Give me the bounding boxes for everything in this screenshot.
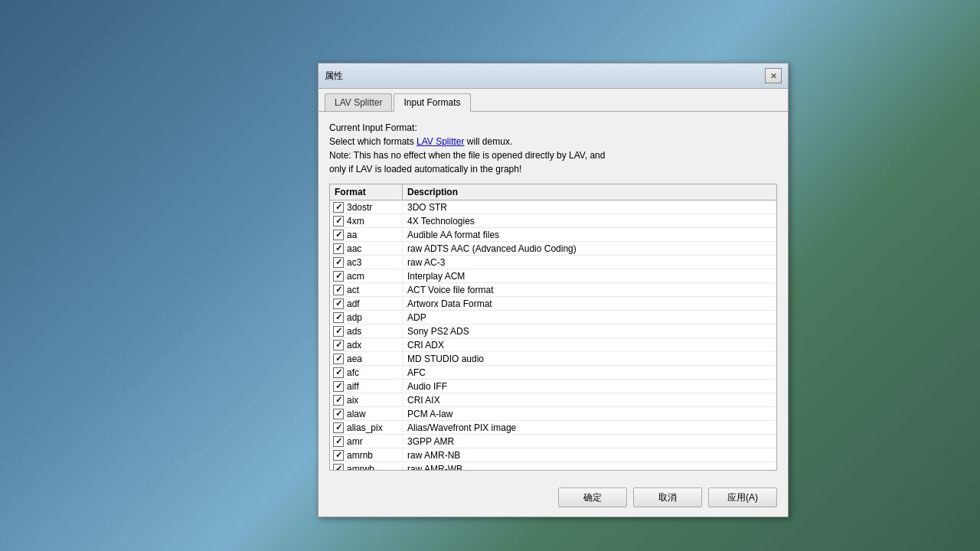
format-checkbox[interactable]	[333, 243, 344, 254]
format-checkbox[interactable]	[333, 367, 344, 378]
format-row[interactable]: 3dostr3DO STR	[330, 201, 776, 214]
format-description: Audible AA format files	[403, 229, 776, 241]
format-checkbox[interactable]	[333, 381, 344, 392]
format-checkbox[interactable]	[333, 436, 344, 447]
lav-splitter-link: LAV Splitter	[416, 136, 464, 147]
format-name-cell: amr	[330, 435, 403, 448]
title-bar-controls: ✕	[765, 68, 782, 83]
format-row[interactable]: acmInterplay ACM	[330, 269, 776, 283]
format-name-label: ac3	[347, 257, 361, 268]
format-description: raw AC-3	[403, 256, 776, 269]
format-name-label: alias_pix	[347, 422, 383, 433]
header-format: Format	[330, 184, 403, 200]
info-line3: Note: This has no effect when the file i…	[329, 148, 777, 162]
format-description: ACT Voice file format	[403, 284, 776, 296]
format-description: 4X Technologies	[403, 215, 776, 227]
button-row: 确定 取消 应用(A)	[318, 480, 788, 517]
format-name-cell: adx	[330, 339, 403, 351]
format-name-cell: amrwb	[330, 463, 403, 471]
format-row[interactable]: amrnbraw AMR-NB	[330, 448, 776, 462]
format-row[interactable]: aaAudible AA format files	[330, 228, 776, 242]
info-line1: Current Input Format:	[329, 121, 777, 135]
format-row[interactable]: adfArtworx Data Format	[330, 297, 776, 311]
format-row[interactable]: aiffAudio IFF	[330, 380, 776, 393]
format-name-label: aa	[347, 230, 357, 240]
format-checkbox[interactable]	[333, 340, 344, 350]
format-name-label: afc	[347, 367, 359, 378]
tab-content: Current Input Format: Select which forma…	[318, 112, 788, 480]
format-checkbox[interactable]	[333, 395, 344, 406]
format-row[interactable]: adxCRI ADX	[330, 338, 776, 352]
format-checkbox[interactable]	[333, 422, 344, 433]
format-name-label: aac	[347, 243, 361, 254]
format-name-label: amr	[347, 436, 363, 447]
format-name-cell: aac	[330, 243, 403, 255]
format-row[interactable]: afcAFC	[330, 366, 776, 380]
format-checkbox[interactable]	[333, 298, 344, 309]
format-name-cell: act	[330, 284, 403, 296]
format-description: raw AMR-NB	[403, 449, 776, 461]
format-description: Sony PS2 ADS	[403, 325, 776, 337]
tab-input-formats[interactable]: Input Formats	[394, 93, 470, 112]
format-description: raw AMR-WB	[403, 463, 776, 471]
ok-button[interactable]: 确定	[558, 487, 627, 507]
format-checkbox[interactable]	[333, 326, 344, 337]
format-row[interactable]: actACT Voice file format	[330, 283, 776, 297]
format-row[interactable]: alias_pixAlias/Wavefront PIX image	[330, 421, 776, 435]
format-name-cell: acm	[330, 270, 403, 282]
format-checkbox[interactable]	[333, 271, 344, 282]
format-name-label: adx	[347, 340, 361, 350]
header-description: Description	[403, 184, 776, 200]
format-description: Artworx Data Format	[403, 298, 776, 310]
close-button[interactable]: ✕	[765, 68, 782, 83]
format-checkbox[interactable]	[333, 354, 344, 364]
format-row[interactable]: aacraw ADTS AAC (Advanced Audio Coding)	[330, 242, 776, 256]
cancel-button[interactable]: 取消	[633, 487, 702, 507]
format-row[interactable]: 4xm4X Technologies	[330, 214, 776, 228]
info-line4: only if LAV is loaded automatically in t…	[329, 162, 777, 176]
format-description: CRI ADX	[403, 339, 776, 351]
tab-bar: LAV Splitter Input Formats	[318, 89, 788, 112]
format-checkbox[interactable]	[333, 285, 344, 295]
format-checkbox[interactable]	[333, 216, 344, 227]
format-row[interactable]: amrwbraw AMR-WB	[330, 462, 776, 470]
format-row[interactable]: alawPCM A-law	[330, 407, 776, 421]
window-title: 属性	[325, 70, 343, 83]
format-name-cell: 3dostr	[330, 201, 403, 214]
format-name-label: amrwb	[347, 464, 374, 471]
format-row[interactable]: amr3GPP AMR	[330, 435, 776, 448]
format-name-label: 4xm	[347, 216, 364, 227]
format-checkbox[interactable]	[333, 464, 344, 471]
format-description: ADP	[403, 311, 776, 324]
format-name-label: aix	[347, 395, 358, 406]
format-name-cell: aa	[330, 229, 403, 241]
format-checkbox[interactable]	[333, 312, 344, 323]
format-name-cell: 4xm	[330, 215, 403, 227]
format-list-scrollable[interactable]: Format Description 3dostr3DO STR4xm4X Te…	[330, 184, 776, 470]
format-list-container: Format Description 3dostr3DO STR4xm4X Te…	[329, 184, 777, 471]
format-description: CRI AIX	[403, 394, 776, 406]
format-name-cell: amrnb	[330, 449, 403, 461]
format-checkbox[interactable]	[333, 230, 344, 240]
format-description: Alias/Wavefront PIX image	[403, 422, 776, 434]
format-name-cell: ac3	[330, 256, 403, 269]
tab-lav-splitter[interactable]: LAV Splitter	[325, 93, 392, 111]
format-row[interactable]: adpADP	[330, 311, 776, 324]
format-checkbox[interactable]	[333, 409, 344, 419]
format-row[interactable]: aeaMD STUDIO audio	[330, 352, 776, 366]
format-row[interactable]: aixCRI AIX	[330, 393, 776, 407]
apply-button[interactable]: 应用(A)	[708, 487, 777, 507]
format-checkbox[interactable]	[333, 202, 344, 213]
format-name-cell: aiff	[330, 380, 403, 393]
format-name-cell: alias_pix	[330, 422, 403, 434]
format-row[interactable]: ac3raw AC-3	[330, 256, 776, 269]
format-row[interactable]: adsSony PS2 ADS	[330, 324, 776, 338]
format-description: PCM A-law	[403, 408, 776, 420]
format-checkbox[interactable]	[333, 450, 344, 461]
format-name-label: adf	[347, 298, 360, 309]
format-name-label: acm	[347, 271, 364, 282]
format-list-header: Format Description	[330, 184, 776, 201]
format-checkbox[interactable]	[333, 257, 344, 268]
format-name-cell: aea	[330, 353, 403, 365]
format-name-cell: adf	[330, 298, 403, 310]
